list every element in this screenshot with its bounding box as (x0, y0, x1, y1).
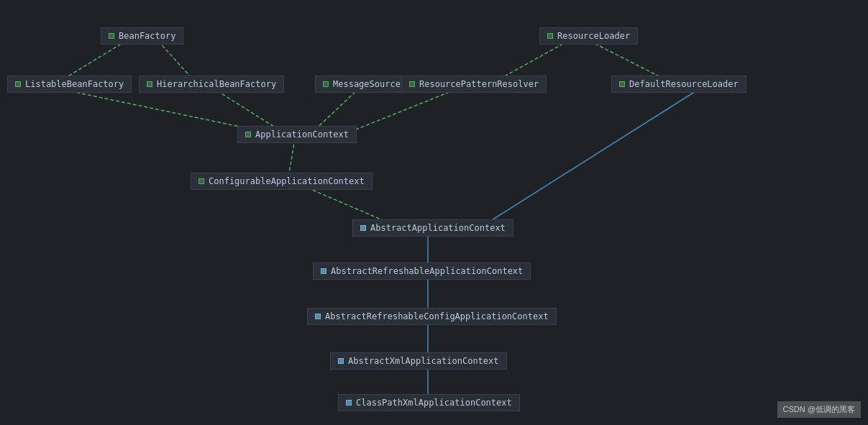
dot-application-context (245, 132, 251, 137)
label-listable-bean-factory: ListableBeanFactory (25, 79, 124, 89)
label-default-resource-loader: DefaultResourceLoader (629, 79, 739, 89)
node-listable-bean-factory: ListableBeanFactory (7, 76, 132, 93)
watermark-text: CSDN @低调的黑客 (783, 405, 855, 413)
node-default-resource-loader: DefaultResourceLoader (611, 76, 746, 93)
svg-line-11 (342, 88, 460, 135)
dot-resource-pattern-resolver (409, 81, 415, 87)
label-resource-pattern-resolver: ResourcePatternResolver (419, 79, 539, 89)
label-bean-factory: BeanFactory (119, 31, 175, 41)
label-message-source: MessageSource (333, 79, 401, 89)
node-application-context: ApplicationContext (237, 126, 357, 143)
svg-line-14 (478, 88, 701, 229)
label-abstract-application-context: AbstractApplicationContext (370, 223, 506, 233)
diagram-container: BeanFactory ResourceLoader ListableBeanF… (0, 0, 868, 425)
node-configurable-application-context: ConfigurableApplicationContext (191, 173, 373, 190)
dot-message-source (323, 81, 329, 87)
dot-classpath-xml-application-context (346, 400, 352, 406)
node-hierarchical-bean-factory: HierarchicalBeanFactory (139, 76, 284, 93)
dot-abstract-xml-application-context (338, 358, 344, 364)
dot-abstract-refreshable-config-application-context (315, 314, 321, 319)
node-bean-factory: BeanFactory (101, 27, 183, 45)
node-message-source: MessageSource (315, 76, 408, 93)
node-abstract-refreshable-application-context: AbstractRefreshableApplicationContext (313, 262, 531, 280)
node-abstract-xml-application-context: AbstractXmlApplicationContext (330, 352, 507, 370)
label-resource-loader: ResourceLoader (557, 31, 630, 41)
label-abstract-refreshable-application-context: AbstractRefreshableApplicationContext (331, 266, 523, 276)
node-abstract-refreshable-config-application-context: AbstractRefreshableConfigApplicationCont… (307, 308, 557, 325)
node-resource-pattern-resolver: ResourcePatternResolver (401, 76, 547, 93)
node-abstract-application-context: AbstractApplicationContext (352, 219, 513, 237)
dot-abstract-refreshable-application-context (321, 268, 326, 274)
label-configurable-application-context: ConfigurableApplicationContext (209, 176, 365, 186)
label-abstract-xml-application-context: AbstractXmlApplicationContext (348, 356, 499, 366)
label-hierarchical-bean-factory: HierarchicalBeanFactory (157, 79, 276, 89)
dot-configurable-application-context (198, 178, 204, 184)
node-resource-loader: ResourceLoader (539, 27, 638, 45)
node-classpath-xml-application-context: ClassPathXmlApplicationContext (338, 394, 520, 411)
dot-listable-bean-factory (15, 81, 21, 87)
label-abstract-refreshable-config-application-context: AbstractRefreshableConfigApplicationCont… (325, 311, 549, 321)
label-application-context: ApplicationContext (255, 129, 349, 140)
label-classpath-xml-application-context: ClassPathXmlApplicationContext (356, 398, 512, 408)
dot-abstract-application-context (360, 225, 366, 231)
dot-resource-loader (547, 33, 553, 39)
dot-bean-factory (109, 33, 114, 39)
watermark: CSDN @低调的黑客 (777, 401, 861, 418)
dot-hierarchical-bean-factory (147, 81, 152, 87)
dot-default-resource-loader (619, 81, 625, 87)
